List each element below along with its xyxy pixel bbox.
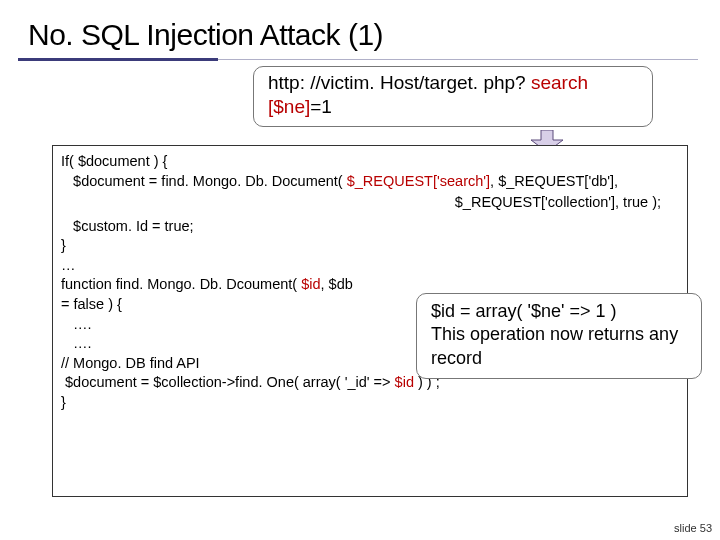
code-line: function find. Mongo. Db. Dcoument( $id,…: [61, 275, 679, 295]
code-text: $document = find. Mongo. Db. Document(: [61, 173, 347, 189]
slide-number: slide 53: [674, 522, 712, 534]
code-text: function find. Mongo. Db. Dcoument(: [61, 276, 301, 292]
id-param-highlight: $id: [301, 276, 320, 292]
code-line: …: [61, 256, 679, 276]
code-line: If( $document ) {: [61, 152, 679, 172]
explain-callout: $id = array( '$ne' => 1 ) This operation…: [416, 293, 702, 379]
code-line: }: [61, 393, 679, 413]
code-line: $custom. Id = true;: [61, 217, 679, 237]
code-text: $document = $collection->find. One( arra…: [61, 374, 395, 390]
slide-title: No. SQL Injection Attack (1): [0, 0, 720, 58]
url-ne-operator: [$ne]: [268, 96, 310, 117]
explain-line-1: $id = array( '$ne' => 1 ): [431, 300, 689, 323]
request-search-highlight: $_REQUEST['search']: [347, 173, 490, 189]
code-line: $document = find. Mongo. Db. Document( $…: [61, 172, 679, 192]
url-prefix: http: //victim. Host/target. php?: [268, 72, 531, 93]
code-text: , $db: [321, 276, 353, 292]
title-underline: [18, 58, 698, 61]
code-line: $_REQUEST['collection'], true );: [61, 193, 679, 213]
url-search-param: search: [531, 72, 588, 93]
url-callout: http: //victim. Host/target. php? search…: [253, 66, 653, 127]
code-line: }: [61, 236, 679, 256]
explain-line-2: This operation now returns any record: [431, 323, 689, 370]
code-text: , $_REQUEST['db'],: [490, 173, 618, 189]
id-var-highlight: $id: [395, 374, 414, 390]
url-equals: =1: [310, 96, 332, 117]
